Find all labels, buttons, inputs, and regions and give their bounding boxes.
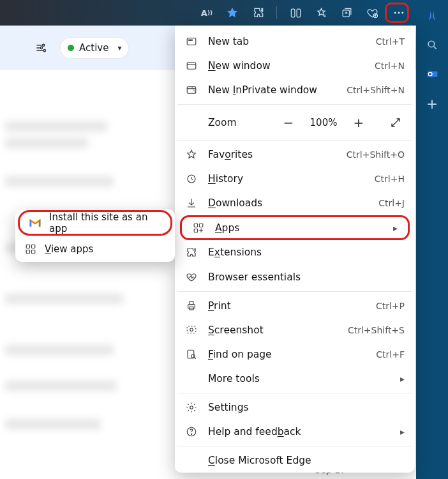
svg-point-31 [190, 406, 193, 409]
active-filter-pill[interactable]: Active ▾ [60, 37, 129, 59]
svg-point-15 [189, 40, 190, 41]
gmail-icon [29, 217, 41, 229]
outlook-icon[interactable] [424, 66, 440, 82]
svg-point-0 [43, 44, 45, 46]
search-icon[interactable] [424, 37, 440, 52]
menu-more-tools[interactable]: More tools ▸ [175, 367, 415, 391]
shortcut: Ctrl+T [376, 36, 405, 47]
submenu-install-site-as-app[interactable]: Install this site as an app [18, 210, 172, 236]
svg-rect-22 [200, 224, 203, 227]
menu-find-on-page[interactable]: Find on page Ctrl+F [175, 342, 415, 367]
submenu-label: Install this site as an app [49, 211, 161, 234]
download-icon [185, 197, 198, 209]
menu-screenshot[interactable]: Screenshot Ctrl+Shift+S [175, 318, 415, 342]
svg-point-2 [43, 50, 45, 52]
shortcut: Ctrl+N [375, 61, 405, 71]
settings-and-more-menu: New tab Ctrl+T New window Ctrl+N New InP… [175, 26, 415, 473]
browser-toolbar: A)) [0, 0, 416, 26]
zoom-label: Zoom [185, 117, 269, 128]
svg-rect-34 [26, 245, 29, 248]
sidebar-rail: + [416, 0, 448, 479]
read-aloud-icon[interactable]: A)) [200, 6, 214, 20]
menu-print[interactable]: Print Ctrl+P [175, 294, 415, 318]
chevron-right-icon: ▸ [393, 223, 398, 233]
menu-zoom-row: Zoom − 100% + [175, 107, 415, 138]
find-icon [185, 348, 198, 361]
menu-favorites[interactable]: Favorites Ctrl+Shift+O [175, 142, 415, 167]
svg-rect-4 [297, 9, 301, 17]
svg-rect-19 [187, 87, 196, 94]
menu-browser-essentials[interactable]: Browser essentials [175, 264, 415, 289]
star-icon [185, 148, 198, 161]
menu-close-edge[interactable]: Close Microsoft Edge [175, 448, 415, 473]
help-icon [185, 425, 198, 438]
menu-downloads[interactable]: Downloads Ctrl+J [175, 191, 415, 215]
svg-point-9 [401, 12, 403, 14]
svg-point-30 [191, 354, 195, 358]
svg-point-28 [190, 328, 193, 331]
apps-grid-icon [24, 243, 37, 255]
inprivate-icon [185, 84, 198, 96]
menu-separator [177, 446, 412, 446]
svg-point-7 [394, 12, 396, 14]
svg-point-16 [190, 40, 191, 41]
copilot-icon[interactable] [424, 8, 440, 23]
menu-new-inprivate[interactable]: New InPrivate window Ctrl+Shift+N [175, 78, 415, 102]
svg-rect-25 [190, 301, 193, 305]
menu-new-window[interactable]: New window Ctrl+N [175, 54, 415, 78]
zoom-value: 100% [308, 117, 340, 128]
svg-rect-21 [194, 224, 197, 227]
shortcut: Ctrl+Shift+N [347, 85, 405, 95]
menu-history[interactable]: History Ctrl+H [175, 167, 415, 191]
gear-icon [185, 401, 198, 414]
svg-point-8 [398, 12, 400, 14]
puzzle-icon [185, 246, 198, 259]
menu-label: New tab [208, 36, 366, 47]
more-options-button[interactable] [391, 4, 407, 21]
filter-label: Active [79, 42, 108, 54]
menu-help[interactable]: Help and feedback ▸ [175, 420, 415, 444]
menu-separator [177, 140, 412, 141]
svg-point-33 [191, 434, 191, 434]
svg-point-10 [428, 41, 435, 47]
extensions-puzzle-icon[interactable] [251, 6, 265, 20]
svg-rect-35 [32, 245, 35, 248]
svg-rect-18 [187, 63, 196, 70]
svg-rect-36 [26, 250, 29, 253]
add-sidebar-icon[interactable]: + [424, 96, 440, 111]
printer-icon [185, 300, 198, 312]
apps-icon [192, 222, 205, 234]
fullscreen-button[interactable] [387, 114, 405, 132]
svg-rect-37 [32, 250, 35, 253]
submenu-view-apps[interactable]: View apps [15, 236, 175, 262]
svg-rect-14 [187, 38, 196, 45]
history-icon [185, 172, 198, 185]
apps-submenu: Install this site as an app View apps [15, 209, 175, 262]
status-dot-icon [68, 45, 74, 51]
svg-point-17 [191, 40, 193, 41]
settings-sliders-icon[interactable] [32, 39, 50, 57]
toolbar-separator [276, 6, 277, 19]
screenshot-icon [185, 324, 198, 337]
chevron-right-icon: ▸ [400, 374, 405, 384]
svg-rect-23 [194, 229, 197, 232]
menu-new-tab[interactable]: New tab Ctrl+T [175, 29, 415, 54]
menu-settings[interactable]: Settings [175, 395, 415, 420]
split-screen-icon[interactable] [288, 6, 302, 20]
favorites-list-icon[interactable] [314, 6, 328, 20]
svg-rect-24 [188, 304, 195, 308]
zoom-out-button[interactable]: − [280, 114, 297, 132]
performance-heart-icon[interactable] [365, 6, 379, 20]
menu-extensions[interactable]: Extensions [175, 240, 415, 264]
collections-icon[interactable] [340, 6, 354, 20]
chevron-right-icon: ▸ [400, 427, 405, 437]
svg-rect-3 [291, 9, 295, 17]
svg-point-1 [40, 47, 42, 49]
zoom-in-button[interactable]: + [350, 114, 368, 132]
favorite-star-icon[interactable] [225, 6, 239, 20]
svg-rect-27 [187, 326, 196, 333]
new-window-icon [185, 59, 198, 72]
menu-separator [177, 291, 412, 292]
menu-apps[interactable]: Apps ▸ [180, 215, 410, 240]
new-tab-icon [185, 35, 198, 48]
